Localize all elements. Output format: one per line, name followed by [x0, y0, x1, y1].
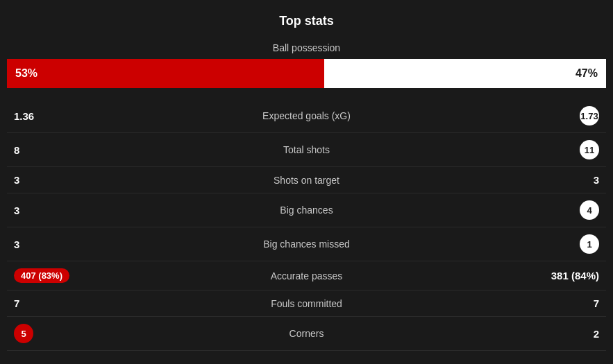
stat-label: Big chances: [83, 205, 530, 216]
stat-left: 5: [14, 324, 83, 343]
right-value: 2: [594, 328, 599, 340]
stat-label: Expected goals (xG): [83, 110, 530, 121]
stat-left: 8: [14, 144, 83, 156]
stat-row: 5 Corners 2: [7, 317, 606, 351]
right-value-badge: 1.73: [580, 106, 599, 125]
possession-bar: 53% 47%: [7, 59, 606, 88]
left-value: 8: [14, 144, 19, 156]
stat-right: 1.73: [530, 106, 599, 125]
left-value: 3: [14, 239, 19, 250]
stat-right: 3: [530, 174, 599, 186]
right-value-badge: 11: [580, 140, 599, 159]
stat-right: 4: [530, 200, 599, 220]
left-value: 7: [14, 297, 19, 309]
stat-right: 7: [530, 297, 599, 309]
stat-right: 2: [530, 328, 599, 340]
possession-left: 53%: [7, 59, 324, 88]
stat-left: 3: [14, 205, 83, 216]
stat-right: 381 (84%): [530, 270, 599, 281]
stat-row: 7 Fouls committed 7: [7, 291, 606, 317]
stat-left: 3: [14, 174, 83, 186]
stat-label: Accurate passes: [83, 270, 530, 281]
left-value: 3: [14, 174, 19, 186]
stat-left: 407 (83%): [14, 268, 83, 283]
right-value-badge: 4: [580, 200, 599, 220]
stat-label: Total shots: [83, 144, 530, 155]
stat-left: 1.36: [14, 110, 83, 122]
stats-table: 1.36 Expected goals (xG) 1.73 8 Total sh…: [7, 99, 606, 351]
page-title: Top stats: [7, 14, 606, 28]
stat-left: 7: [14, 297, 83, 309]
right-value: 381 (84%): [551, 270, 599, 281]
stat-row: 8 Total shots 11: [7, 133, 606, 167]
top-stats-container: Top stats Ball possession 53% 47% 1.36 E…: [0, 0, 613, 364]
stat-label: Fouls committed: [83, 298, 530, 309]
stat-right: 1: [530, 234, 599, 254]
stat-row: 407 (83%) Accurate passes 381 (84%): [7, 261, 606, 291]
stat-row: 3 Big chances missed 1: [7, 227, 606, 261]
right-value: 7: [594, 297, 599, 309]
stat-row: 3 Big chances 4: [7, 193, 606, 227]
left-value: 3: [14, 205, 19, 216]
stat-row: 3 Shots on target 3: [7, 167, 606, 193]
stat-label: Big chances missed: [83, 239, 530, 250]
stat-row: 1.36 Expected goals (xG) 1.73: [7, 99, 606, 133]
stat-left: 3: [14, 239, 83, 250]
left-value-badge-red: 407 (83%): [14, 268, 69, 283]
left-value: 1.36: [14, 110, 34, 122]
possession-right: 47%: [324, 59, 606, 88]
possession-label: Ball possession: [7, 42, 606, 53]
right-value: 3: [594, 174, 599, 186]
left-value-badge-red-circle: 5: [14, 324, 33, 343]
stat-right: 11: [530, 140, 599, 159]
right-value-badge: 1: [580, 234, 599, 254]
stat-label: Corners: [83, 328, 530, 339]
stat-label: Shots on target: [83, 175, 530, 186]
